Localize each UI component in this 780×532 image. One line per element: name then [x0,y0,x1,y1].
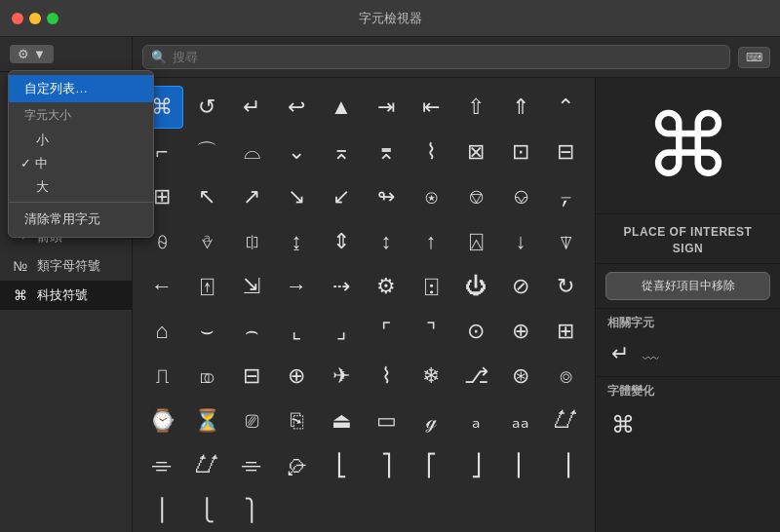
char-cell[interactable]: → [275,265,318,308]
char-cell[interactable]: ⇧ [454,86,497,129]
char-cell[interactable]: ₐₐ [499,399,542,442]
char-cell[interactable]: ⍠ [410,265,452,308]
char-cell[interactable]: ⌚ [140,399,183,442]
char-cell[interactable]: ⌯ [140,444,183,487]
char-cell[interactable]: ❄ [410,355,452,398]
char-cell[interactable]: ⍒ [544,220,587,263]
char-cell[interactable]: ↕ [365,220,408,263]
char-cell[interactable]: ⎍ [140,355,183,398]
char-cell[interactable]: ⎉ [499,175,542,218]
char-cell[interactable]: ⇤ [410,86,452,129]
char-cell[interactable]: ⊟ [544,131,587,173]
char-cell[interactable]: ▲ [320,86,363,129]
char-cell[interactable]: ⊛ [499,355,542,398]
char-cell[interactable]: ⌟ [320,310,363,353]
char-cell[interactable]: ⊘ [499,265,542,308]
char-cell[interactable]: ⍪ [544,175,587,218]
char-cell[interactable]: ⎄ [185,355,228,398]
char-cell[interactable]: ↺ [185,86,228,129]
char-cell[interactable]: ⚙ [365,265,408,308]
char-cell[interactable]: ⏳ [185,399,228,442]
char-cell[interactable]: ↓ [499,220,542,263]
char-cell[interactable]: ⎣ [320,444,363,487]
char-cell[interactable]: ⎘ [275,399,318,442]
related-char-1[interactable]: ↵ [607,339,633,368]
char-cell[interactable]: ⍓ [454,220,497,263]
char-cell[interactable]: ↘ [275,175,318,218]
char-cell[interactable]: ⌇ [365,355,408,398]
char-cell[interactable]: ⌃ [544,86,587,129]
minimize-button[interactable] [29,13,41,24]
close-button[interactable] [12,13,23,24]
char-cell[interactable]: ⌞ [275,310,318,353]
char-cell[interactable]: ⊠ [454,131,497,173]
char-cell[interactable]: ⏻ [454,265,497,308]
char-cell[interactable]: ⌰ [185,444,228,487]
char-cell[interactable]: ⎦ [454,444,497,487]
gear-button[interactable]: ⚙ ▼ [10,45,54,63]
char-cell[interactable]: ⎊ [454,175,497,218]
char-cell[interactable]: ⎪ [140,489,183,532]
char-cell[interactable]: ⏏ [320,399,363,442]
char-cell[interactable]: ⎇ [454,355,497,398]
char-cell[interactable]: ⎫ [230,489,273,532]
keyboard-button[interactable]: ⌨ [738,47,770,68]
char-cell[interactable]: ⌜ [365,310,408,353]
char-cell[interactable]: ⌰ [544,399,587,442]
char-cell[interactable]: ⊕ [499,310,542,353]
char-cell[interactable]: ← [140,265,183,308]
char-cell[interactable]: ⊕ [275,355,318,398]
char-cell[interactable]: ⌒ [185,131,228,173]
char-cell[interactable]: ⌝ [410,310,452,353]
char-cell[interactable]: ⇕ [320,220,363,263]
related-char-2[interactable]: ﹏ [639,339,664,368]
char-cell[interactable]: ⌅ [320,131,363,173]
sidebar-item-letterlike[interactable]: № 類字母符號 [0,251,132,281]
remove-favorite-button[interactable]: 從喜好項目中移除 [605,272,770,300]
char-cell[interactable]: ⌓ [230,131,273,173]
detail-big-char[interactable]: ⌘ [596,78,780,214]
char-cell[interactable]: ✈ [320,355,363,398]
dropdown-size-large[interactable]: 大 [9,175,153,199]
char-cell[interactable]: ⎢ [499,444,542,487]
char-cell[interactable]: ⌂ [140,310,183,353]
char-cell[interactable]: ⌇ [410,131,452,173]
char-cell[interactable]: ↵ [230,86,273,129]
char-cell[interactable]: ▭ [365,399,408,442]
char-cell[interactable]: ₐ [454,399,497,442]
char-cell[interactable]: ↑ [410,220,452,263]
char-cell[interactable]: ⎡ [410,444,452,487]
char-cell[interactable]: ↩ [275,86,318,129]
char-cell[interactable]: ⊙ [454,310,497,353]
char-cell[interactable]: ⇥ [365,86,408,129]
char-cell[interactable]: ⌢ [230,310,273,353]
char-cell[interactable]: ⌣ [185,310,228,353]
char-cell[interactable]: ↬ [365,175,408,218]
dropdown-size-small[interactable]: 小 [9,129,153,152]
char-cell[interactable]: ⇑ [499,86,542,129]
char-cell[interactable]: ⎤ [365,444,408,487]
char-cell[interactable]: ⇢ [320,265,363,308]
char-cell[interactable]: ⎚ [230,399,273,442]
char-cell[interactable]: ⌾ [544,355,587,398]
char-cell[interactable]: ⍐ [185,265,228,308]
char-cell[interactable]: ⎥ [544,444,587,487]
dropdown-clear[interactable]: 清除常用字元 [9,206,153,233]
char-cell[interactable]: ⊟ [230,355,273,398]
char-cell[interactable]: ℊ [410,399,452,442]
char-cell[interactable]: ⌆ [365,131,408,173]
maximize-button[interactable] [47,13,58,24]
char-cell[interactable]: ⌯ [230,444,273,487]
font-var-char-1[interactable]: ⌘ [607,409,639,440]
char-cell[interactable]: ⇲ [230,265,273,308]
char-cell[interactable]: ↨ [275,220,318,263]
char-cell[interactable]: ↖ [185,175,228,218]
char-cell[interactable]: ⎀ [185,220,228,263]
char-cell[interactable]: ⌮ [275,444,318,487]
char-cell[interactable]: ⊡ [499,131,542,173]
char-cell[interactable]: ⎩ [185,489,228,532]
sidebar-item-tech[interactable]: ⌘ 科技符號 [0,281,132,310]
dropdown-customize[interactable]: 自定列表… [9,75,153,102]
char-cell[interactable]: ⌄ [275,131,318,173]
char-cell[interactable]: ↙ [320,175,363,218]
